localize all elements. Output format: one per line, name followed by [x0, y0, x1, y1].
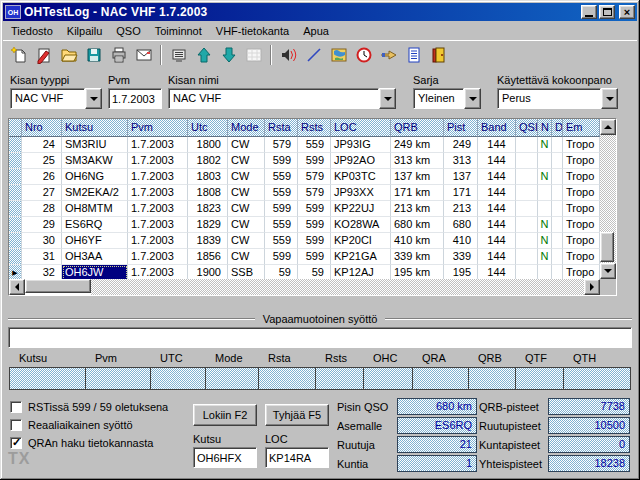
cell-loc[interactable]: JP93XX	[331, 185, 391, 201]
cell-n[interactable]	[538, 201, 552, 217]
column-header-loc[interactable]: LOC	[331, 119, 391, 137]
cell-n[interactable]: N	[538, 137, 552, 153]
cell-nro[interactable]: 27	[22, 185, 62, 201]
cell-loc[interactable]: JP93IG	[331, 137, 391, 153]
cell-qrb[interactable]: 410 km	[391, 233, 444, 249]
cell-utc[interactable]: 1808	[188, 185, 228, 201]
cell-utc[interactable]: 1800	[188, 137, 228, 153]
draw-line-icon[interactable]	[301, 44, 326, 66]
cell-mode[interactable]: CW	[228, 201, 265, 217]
cell-rsta[interactable]: 559	[265, 185, 298, 201]
scroll-down-button[interactable]	[600, 263, 616, 279]
scroll-left-button[interactable]	[9, 279, 25, 295]
cell-n[interactable]: N	[538, 169, 552, 185]
cell-pist[interactable]: 171	[444, 185, 478, 201]
cell-band[interactable]: 144	[478, 185, 516, 201]
row-marker[interactable]	[9, 249, 22, 265]
cell-pvm[interactable]: 1.7.2003	[128, 169, 188, 185]
clear-button[interactable]: Tyhjää F5	[265, 404, 329, 426]
setup-select[interactable]: Perus	[497, 88, 618, 109]
cell-em[interactable]: Tropo	[563, 185, 600, 201]
realtime-entry-checkbox[interactable]: Reaaliaikainen syöttö	[10, 418, 133, 432]
cell-n[interactable]: N	[538, 233, 552, 249]
cell-pist[interactable]: 410	[444, 233, 478, 249]
cell-em[interactable]: Tropo	[563, 265, 600, 279]
cell-rsts[interactable]: 579	[298, 185, 331, 201]
log-qso-button[interactable]: Lokiin F2	[193, 404, 257, 426]
cell-nro[interactable]: 31	[22, 249, 62, 265]
cell-loc[interactable]: JP92AO	[331, 153, 391, 169]
column-header-mode[interactable]: Mode	[228, 119, 265, 137]
vertical-scroll-thumb[interactable]	[600, 232, 614, 262]
cell-band[interactable]: 144	[478, 217, 516, 233]
cell-rsta[interactable]: 579	[265, 137, 298, 153]
close-button[interactable]: ×	[619, 5, 635, 19]
horizontal-scroll-thumb[interactable]	[25, 279, 91, 293]
pointer-hand-icon[interactable]	[376, 44, 401, 66]
column-header-n[interactable]: N	[538, 119, 552, 137]
scroll-right-button[interactable]	[584, 279, 600, 295]
cell-pvm[interactable]: 1.7.2003	[128, 233, 188, 249]
column-header-qrb[interactable]: QRB	[391, 119, 444, 137]
cell-qrb[interactable]: 137 km	[391, 169, 444, 185]
free-entry-input[interactable]	[8, 327, 632, 348]
cell-qrb[interactable]: 249 km	[391, 137, 444, 153]
cell-d[interactable]	[552, 233, 563, 249]
cell-qsl[interactable]	[516, 137, 538, 153]
cell-qrb[interactable]: 339 km	[391, 249, 444, 265]
cell-qrb[interactable]: 171 km	[391, 185, 444, 201]
cell-em[interactable]: Tropo	[563, 169, 600, 185]
column-header-utc[interactable]: Utc	[188, 119, 228, 137]
chevron-down-icon[interactable]	[379, 88, 396, 109]
minimize-button[interactable]	[581, 5, 597, 19]
cell-pvm[interactable]: 1.7.2003	[128, 137, 188, 153]
cell-mode[interactable]: CW	[228, 185, 265, 201]
cell-band[interactable]: 144	[478, 201, 516, 217]
column-header-pist[interactable]: Pist	[444, 119, 478, 137]
cell-rsts[interactable]: 599	[298, 201, 331, 217]
cell-utc[interactable]: 1900	[188, 265, 228, 279]
cell-pist[interactable]: 680	[444, 217, 478, 233]
scroll-up-button[interactable]	[600, 119, 616, 135]
move-down-icon[interactable]	[216, 44, 241, 66]
checkbox-box[interactable]	[10, 419, 22, 431]
date-input[interactable]	[108, 88, 162, 109]
cell-rsts[interactable]: 59	[298, 265, 331, 279]
menu-toiminnot[interactable]: Toiminnot	[148, 23, 209, 39]
cell-mode[interactable]: SSB	[228, 265, 265, 279]
checkbox-box[interactable]	[10, 437, 22, 449]
chevron-down-icon[interactable]	[464, 88, 481, 109]
move-up-icon[interactable]	[191, 44, 216, 66]
chevron-down-icon[interactable]	[85, 88, 102, 109]
cell-em[interactable]: Tropo	[563, 201, 600, 217]
cell-kutsu[interactable]: SM2EKA/2	[62, 185, 128, 201]
cell-d[interactable]	[552, 249, 563, 265]
cell-nro[interactable]: 29	[22, 217, 62, 233]
cell-rsta[interactable]: 559	[265, 217, 298, 233]
cell-pist[interactable]: 137	[444, 169, 478, 185]
cell-band[interactable]: 144	[478, 137, 516, 153]
cell-pvm[interactable]: 1.7.2003	[128, 265, 188, 279]
column-header-pvm[interactable]: Pvm	[128, 119, 188, 137]
cell-band[interactable]: 144	[478, 169, 516, 185]
cell-qsl[interactable]	[516, 265, 538, 279]
menu-apua[interactable]: Apua	[296, 23, 336, 39]
cell-utc[interactable]: 1829	[188, 217, 228, 233]
cell-qrb[interactable]: 213 km	[391, 201, 444, 217]
contest-name-select[interactable]: NAC VHF	[168, 88, 396, 109]
cell-qrb[interactable]: 680 km	[391, 217, 444, 233]
save-icon[interactable]	[81, 44, 106, 66]
cell-em[interactable]: Tropo	[563, 153, 600, 169]
cell-pvm[interactable]: 1.7.2003	[128, 249, 188, 265]
row-marker[interactable]	[9, 137, 22, 153]
column-header-d[interactable]: D	[552, 119, 563, 137]
edit-log-icon[interactable]	[31, 44, 56, 66]
cell-rsts[interactable]: 559	[298, 137, 331, 153]
cell-mode[interactable]: CW	[228, 137, 265, 153]
cell-nro[interactable]: 32	[22, 265, 62, 279]
cell-kutsu[interactable]: OH6JW	[62, 265, 128, 279]
cell-loc[interactable]: KP22UJ	[331, 201, 391, 217]
cell-band[interactable]: 144	[478, 265, 516, 279]
maximize-button[interactable]	[599, 5, 615, 19]
cell-band[interactable]: 144	[478, 249, 516, 265]
